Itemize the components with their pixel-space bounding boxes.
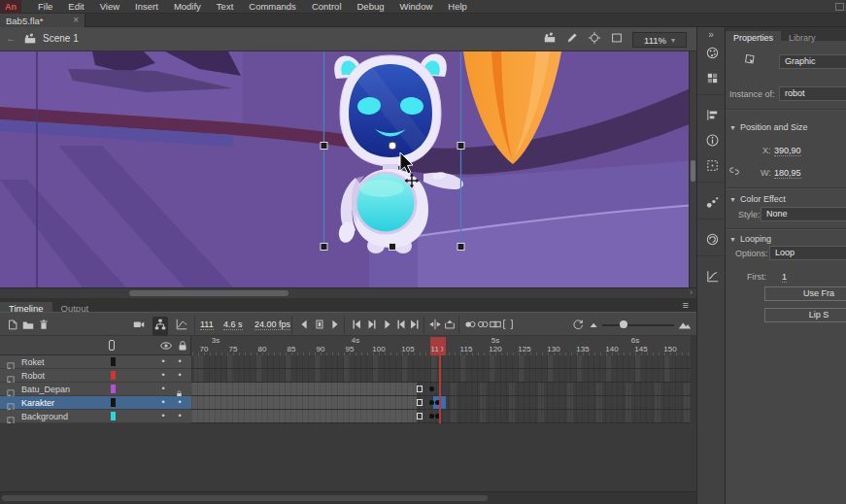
new-layer-icon[interactable]: [6, 318, 19, 335]
layer-name[interactable]: Karakter: [21, 398, 54, 408]
outline-color-header-icon[interactable]: [109, 340, 115, 351]
frame-span[interactable]: [191, 383, 417, 395]
collapse-panels-icon[interactable]: »: [697, 27, 725, 40]
menu-file[interactable]: File: [30, 0, 60, 14]
clip-content-icon[interactable]: [610, 31, 624, 49]
layer-visibility-toggle[interactable]: •: [157, 410, 169, 422]
span-end-marker[interactable]: [417, 399, 423, 406]
center-frame-icon[interactable]: [428, 318, 442, 335]
modify-markers-icon[interactable]: [501, 318, 515, 335]
workspace-icon[interactable]: [835, 3, 844, 11]
loop-playback-icon[interactable]: [443, 318, 457, 335]
info-icon[interactable]: [697, 127, 727, 152]
section-position-size[interactable]: ▼Position and Size: [729, 122, 807, 132]
timeline-h-scrollbar[interactable]: [0, 491, 696, 504]
timeline-zoom-slider[interactable]: [602, 323, 674, 327]
timeline-scroll-thumb[interactable]: [2, 495, 488, 501]
layer-row-background[interactable]: Background••: [0, 410, 191, 423]
step-back-icon[interactable]: [365, 318, 379, 335]
close-icon[interactable]: ×: [73, 16, 79, 25]
layer-row-robot[interactable]: Robot••: [0, 369, 191, 383]
menu-control[interactable]: Control: [304, 0, 350, 14]
center-stage-icon[interactable]: [588, 31, 601, 49]
layer-row-roket[interactable]: Roket••: [0, 355, 191, 369]
frames-ruler[interactable]: 7075808590951001051101151201251301351401…: [191, 336, 691, 355]
layer-lock-toggle[interactable]: •: [174, 396, 186, 409]
first-frame-value[interactable]: 1: [782, 272, 787, 283]
panel-menu-icon[interactable]: ≡: [683, 298, 689, 312]
layer-visibility-toggle[interactable]: •: [157, 383, 169, 395]
stage-zoom-select[interactable]: 111% ▾: [632, 32, 687, 48]
app-logo[interactable]: An: [0, 0, 21, 14]
go-to-last-frame-icon[interactable]: [408, 318, 422, 335]
loop-range-right-icon[interactable]: [328, 318, 342, 335]
align-icon[interactable]: [697, 102, 727, 127]
new-folder-icon[interactable]: [21, 318, 35, 335]
w-value[interactable]: 180,95: [774, 168, 801, 179]
span-end-marker[interactable]: [417, 413, 423, 420]
motion-editor-icon[interactable]: [697, 263, 727, 288]
frame-span[interactable]: [191, 396, 417, 409]
step-forward-icon[interactable]: [394, 318, 408, 335]
lip-sync-button[interactable]: Lip S: [764, 308, 846, 322]
lock-header-icon[interactable]: [176, 339, 189, 356]
stage-v-scrollbar[interactable]: [689, 51, 696, 287]
swatches-icon[interactable]: [697, 65, 727, 90]
onion-skin-icon[interactable]: [463, 318, 477, 335]
elapsed-time-value[interactable]: 4.6 s: [223, 319, 243, 330]
camera-icon[interactable]: [132, 318, 146, 335]
color-style-select[interactable]: None: [761, 207, 846, 221]
span-end-marker[interactable]: [417, 386, 423, 392]
loop-range-icon[interactable]: [313, 318, 326, 335]
menu-text[interactable]: Text: [209, 0, 241, 14]
layer-lock-toggle[interactable]: •: [174, 355, 186, 368]
layer-row-batu_depan[interactable]: Batu_Depan•: [0, 383, 191, 396]
transform-icon[interactable]: [697, 152, 727, 178]
loop-range-left-icon[interactable]: [297, 318, 311, 335]
layer-visibility-toggle[interactable]: •: [157, 355, 169, 368]
frame-row-roket[interactable]: [191, 355, 691, 369]
layer-visibility-toggle[interactable]: •: [157, 369, 169, 382]
menu-view[interactable]: View: [92, 0, 127, 14]
stage-canvas[interactable]: [0, 51, 696, 287]
zoom-out-frames-icon[interactable]: [588, 318, 601, 335]
frame-row-background[interactable]: [191, 410, 691, 423]
frame-row-batu_depan[interactable]: [191, 383, 691, 396]
frame-grid[interactable]: [191, 355, 691, 423]
layer-lock-toggle[interactable]: •: [174, 369, 186, 382]
menu-commands[interactable]: Commands: [241, 0, 304, 14]
tab-properties[interactable]: Properties: [726, 31, 781, 45]
motion-editor-icon[interactable]: [175, 318, 188, 335]
brush-library-icon[interactable]: [697, 189, 727, 215]
menu-debug[interactable]: Debug: [350, 0, 392, 14]
parenting-view-icon[interactable]: [152, 317, 168, 336]
frame-row-robot[interactable]: [191, 369, 691, 383]
menu-help[interactable]: Help: [440, 0, 475, 14]
playhead[interactable]: [439, 340, 441, 423]
h-scroll-thumb[interactable]: [129, 290, 288, 296]
scene-name[interactable]: Scene 1: [43, 33, 79, 44]
layer-visibility-toggle[interactable]: •: [157, 396, 169, 409]
menu-edit[interactable]: Edit: [60, 0, 91, 14]
go-to-first-frame-icon[interactable]: [350, 318, 363, 335]
visibility-header-icon[interactable]: [159, 339, 173, 356]
keyframe-dot[interactable]: [429, 386, 434, 391]
layer-name[interactable]: Roket: [21, 357, 45, 367]
use-frame-picker-button[interactable]: Use Fra: [764, 286, 846, 301]
section-looping[interactable]: ▼Looping: [729, 234, 771, 244]
document-tab[interactable]: Bab5.fla* ×: [0, 14, 85, 27]
zoom-in-frames-icon[interactable]: [678, 318, 692, 335]
section-color-effect[interactable]: ▼Color Effect: [729, 194, 786, 204]
play-icon[interactable]: [381, 318, 394, 335]
color-palette-icon[interactable]: [697, 40, 727, 65]
x-value[interactable]: 390,90: [774, 146, 801, 156]
tab-library[interactable]: Library: [781, 31, 824, 45]
edit-symbols-icon[interactable]: [565, 31, 579, 49]
layer-outline-color[interactable]: [111, 412, 116, 420]
stage-h-scrollbar[interactable]: ›: [0, 287, 696, 298]
menu-window[interactable]: Window: [392, 0, 441, 14]
keyframe-dot[interactable]: [429, 414, 434, 419]
edit-multiple-frames-icon[interactable]: [489, 318, 502, 335]
keyframe-dot[interactable]: [429, 400, 434, 405]
layer-outline-color[interactable]: [111, 371, 116, 380]
